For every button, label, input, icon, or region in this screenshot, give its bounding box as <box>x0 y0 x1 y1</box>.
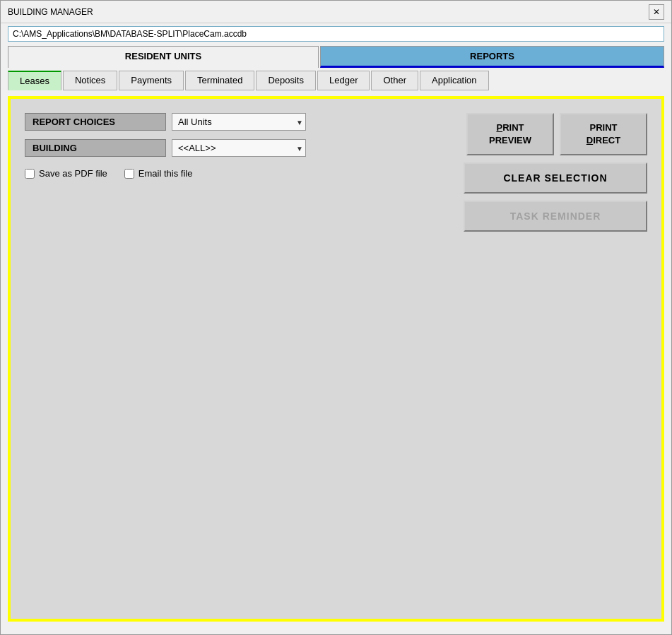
main-tab-bar: RESIDENT UNITS REPORTS <box>1 46 671 68</box>
tab-terminated[interactable]: Terminated <box>185 71 254 90</box>
building-select-wrapper: <<ALL>> ▼ <box>172 139 306 157</box>
save-pdf-checkbox[interactable] <box>25 169 35 179</box>
report-choices-label: REPORT CHOICES <box>25 113 166 131</box>
main-window: BUILDING MANAGER ✕ C:\AMS_Applications\B… <box>0 0 672 635</box>
tab-application[interactable]: Application <box>420 71 489 90</box>
building-row: BUILDING <<ALL>> ▼ <box>25 139 464 157</box>
save-pdf-label: Save as PDF file <box>39 168 107 179</box>
main-content-row: REPORT CHOICES All Units Occupied Vacant… <box>25 113 647 232</box>
tab-resident-units[interactable]: RESIDENT UNITS <box>8 46 319 68</box>
report-choices-select[interactable]: All Units Occupied Vacant <box>172 113 306 131</box>
print-buttons-row: PRINTPREVIEW PRINTDIRECT <box>466 113 647 155</box>
sub-tabs: Leases Notices Payments Terminated Depos… <box>8 71 489 90</box>
sub-tab-bar: Leases Notices Payments Terminated Depos… <box>1 68 671 90</box>
tab-ledger[interactable]: Ledger <box>317 71 370 90</box>
task-reminder-label: TASK REMINDER <box>510 210 601 222</box>
content-area: REPORT CHOICES All Units Occupied Vacant… <box>1 90 671 634</box>
window-title: BUILDING MANAGER <box>8 7 93 17</box>
email-label: Email this file <box>138 168 193 179</box>
path-bar: C:\AMS_Applications\BM\DATABASE-SPLIT\Pl… <box>8 26 664 42</box>
building-label: BUILDING <box>25 139 166 157</box>
clear-selection-button[interactable]: CLEAR SELECTION <box>464 162 647 194</box>
file-path: C:\AMS_Applications\BM\DATABASE-SPLIT\Pl… <box>13 29 247 39</box>
building-select[interactable]: <<ALL>> <box>172 139 306 157</box>
tab-leases[interactable]: Leases <box>8 71 61 90</box>
report-choices-row: REPORT CHOICES All Units Occupied Vacant… <box>25 113 464 131</box>
title-bar: BUILDING MANAGER ✕ <box>1 1 671 23</box>
checkbox-row: Save as PDF file Email this file <box>25 168 464 179</box>
print-direct-button[interactable]: PRINTDIRECT <box>560 113 647 155</box>
left-form: REPORT CHOICES All Units Occupied Vacant… <box>25 113 464 179</box>
tab-deposits[interactable]: Deposits <box>256 71 316 90</box>
task-reminder-button[interactable]: TASK REMINDER <box>464 201 647 232</box>
tab-payments[interactable]: Payments <box>119 71 184 90</box>
save-pdf-checkbox-item: Save as PDF file <box>25 168 107 179</box>
email-checkbox-item: Email this file <box>124 168 193 179</box>
close-button[interactable]: ✕ <box>649 4 664 20</box>
tab-other[interactable]: Other <box>371 71 418 90</box>
yellow-border-box: REPORT CHOICES All Units Occupied Vacant… <box>8 96 664 622</box>
email-checkbox[interactable] <box>124 169 134 179</box>
tab-notices[interactable]: Notices <box>63 71 117 90</box>
clear-selection-label: CLEAR SELECTION <box>503 172 607 184</box>
right-panel: PRINTPREVIEW PRINTDIRECT CLEAR SELECTION… <box>464 113 647 232</box>
print-preview-button[interactable]: PRINTPREVIEW <box>466 113 554 155</box>
report-choices-select-wrapper: All Units Occupied Vacant ▼ <box>172 113 306 131</box>
tab-reports[interactable]: REPORTS <box>320 46 664 68</box>
